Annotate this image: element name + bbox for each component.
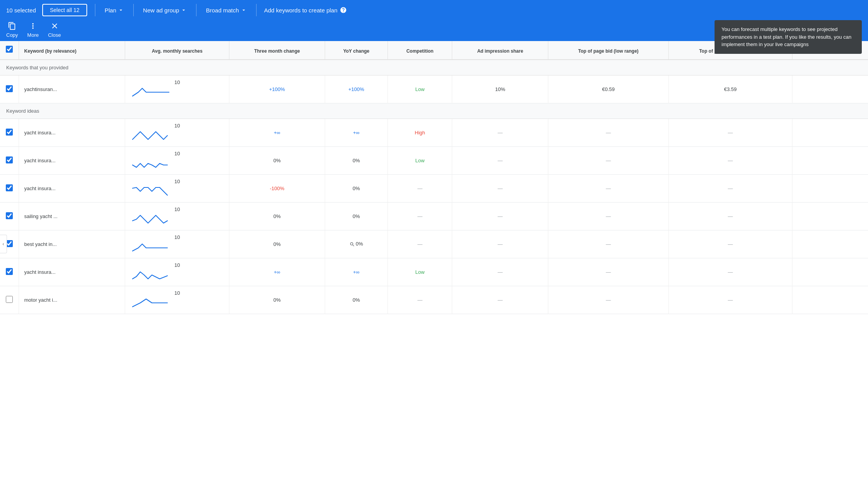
ad-impression-value: — <box>498 186 503 191</box>
keyword-text: best yacht in... <box>24 241 57 247</box>
plan-dropdown[interactable]: Plan <box>100 5 129 16</box>
three-month-value: 0% <box>274 213 281 219</box>
select-all-checkbox[interactable] <box>6 46 13 53</box>
new-ad-group-chevron-icon <box>181 7 187 13</box>
yoy-cell: 0% <box>325 174 388 202</box>
keyword-cell: best yacht in... <box>19 230 125 258</box>
row-checkbox[interactable] <box>6 296 13 303</box>
copy-button[interactable]: Copy <box>6 22 18 38</box>
section-header-row: Keyword ideas <box>0 103 868 119</box>
yoy-cell: +100% <box>325 75 388 103</box>
header-ad-impression: Ad impression share <box>452 41 548 60</box>
avg-value: 10 <box>174 179 180 184</box>
account-status-cell <box>792 286 868 314</box>
ad-impression-cell: — <box>452 286 548 314</box>
competition-cell: Low <box>388 146 452 174</box>
three-month-value: 0% <box>274 241 281 247</box>
copy-label: Copy <box>6 32 18 38</box>
search-icon <box>350 242 355 247</box>
header-avg-monthly: Avg. monthly searches <box>125 41 229 60</box>
keyword-text: yacht insura... <box>24 158 56 163</box>
account-status-cell <box>792 174 868 202</box>
ad-impression-value: — <box>498 269 503 275</box>
row-checkbox-cell <box>0 174 19 202</box>
avg-monthly-cell: 10 <box>125 75 229 103</box>
yoy-cell: 0% <box>325 146 388 174</box>
header-yoy: YoY change <box>325 41 388 60</box>
account-status-cell <box>792 75 868 103</box>
ad-impression-value: — <box>498 158 503 163</box>
keyword-cell: motor yacht i... <box>19 286 125 314</box>
more-icon-svg <box>29 22 37 30</box>
broad-match-label: Broad match <box>206 7 239 14</box>
toolbar-divider-2 <box>133 4 134 16</box>
row-checkbox-cell <box>0 75 19 103</box>
row-checkbox[interactable] <box>6 212 13 219</box>
ad-impression-value: — <box>498 241 503 247</box>
new-ad-group-dropdown[interactable]: New ad group <box>138 5 191 16</box>
header-competition: Competition <box>388 41 452 60</box>
yoy-cell: 0% <box>325 230 388 258</box>
top-high-cell: — <box>668 119 792 146</box>
avg-monthly-cell: 10 <box>125 202 229 230</box>
table-row: motor yacht i... 10 0% 0% — — — — <box>0 286 868 314</box>
top-low-value: — <box>606 213 611 219</box>
ad-impression-cell: — <box>452 119 548 146</box>
avg-value: 10 <box>174 151 180 156</box>
close-icon-svg <box>50 22 59 30</box>
avg-value: 10 <box>174 79 180 85</box>
row-checkbox[interactable] <box>6 129 13 136</box>
add-keywords-button[interactable]: Add keywords to create plan <box>264 7 347 14</box>
top-high-value: — <box>728 130 733 136</box>
table-row: yacht insura... 10 +∞ +∞ High — — — <box>0 119 868 146</box>
row-checkbox[interactable] <box>6 268 13 275</box>
close-button[interactable]: Close <box>48 22 61 38</box>
broad-match-dropdown[interactable]: Broad match <box>201 5 251 16</box>
top-high-value: — <box>728 186 733 191</box>
close-icon <box>50 22 59 31</box>
table-row: sailing yacht ... 10 0% 0% — — — — <box>0 202 868 230</box>
account-status-cell <box>792 258 868 286</box>
header-top-page-low: Top of page bid (low range) <box>548 41 668 60</box>
ad-impression-cell: — <box>452 230 548 258</box>
table-body: Keywords that you provided yachtinsuran.… <box>0 60 868 314</box>
avg-value: 10 <box>174 290 180 296</box>
three-month-cell: 0% <box>229 202 325 230</box>
top-high-cell: — <box>668 174 792 202</box>
section-label: Keywords that you provided <box>0 60 868 76</box>
header-checkbox-col <box>0 41 19 60</box>
ad-impression-cell: 10% <box>452 75 548 103</box>
select-all-button[interactable]: Select all 12 <box>42 4 87 16</box>
top-low-cell: €0.59 <box>548 75 668 103</box>
account-status-cell <box>792 146 868 174</box>
copy-icon-svg <box>8 22 16 30</box>
top-low-cell: — <box>548 230 668 258</box>
avg-monthly-cell: 10 <box>125 230 229 258</box>
yoy-cell: +∞ <box>325 258 388 286</box>
three-month-value: +100% <box>269 86 285 92</box>
row-checkbox[interactable] <box>6 85 13 92</box>
keyword-text: sailing yacht ... <box>24 213 58 219</box>
top-low-cell: — <box>548 202 668 230</box>
keyword-cell: yachtinsuran... <box>19 75 125 103</box>
ad-impression-value: — <box>498 130 503 136</box>
top-high-value: — <box>728 269 733 275</box>
toolbar-divider-1 <box>95 4 95 16</box>
top-low-value: — <box>606 186 611 191</box>
avg-monthly-cell: 10 <box>125 286 229 314</box>
left-collapse-arrow[interactable]: ‹ <box>0 235 7 253</box>
avg-monthly-cell: 10 <box>125 258 229 286</box>
more-label: More <box>27 32 39 38</box>
top-low-cell: — <box>548 258 668 286</box>
row-checkbox-cell <box>0 146 19 174</box>
top-high-cell: — <box>668 146 792 174</box>
competition-cell: — <box>388 286 452 314</box>
row-checkbox[interactable] <box>6 184 13 191</box>
top-low-cell: — <box>548 286 668 314</box>
more-button[interactable]: More <box>27 22 39 38</box>
competition-cell: Low <box>388 75 452 103</box>
table-row: yacht insura... 10 +∞ +∞ Low — — — <box>0 258 868 286</box>
keyword-cell: yacht insura... <box>19 146 125 174</box>
three-month-cell: -100% <box>229 174 325 202</box>
row-checkbox[interactable] <box>6 156 13 163</box>
